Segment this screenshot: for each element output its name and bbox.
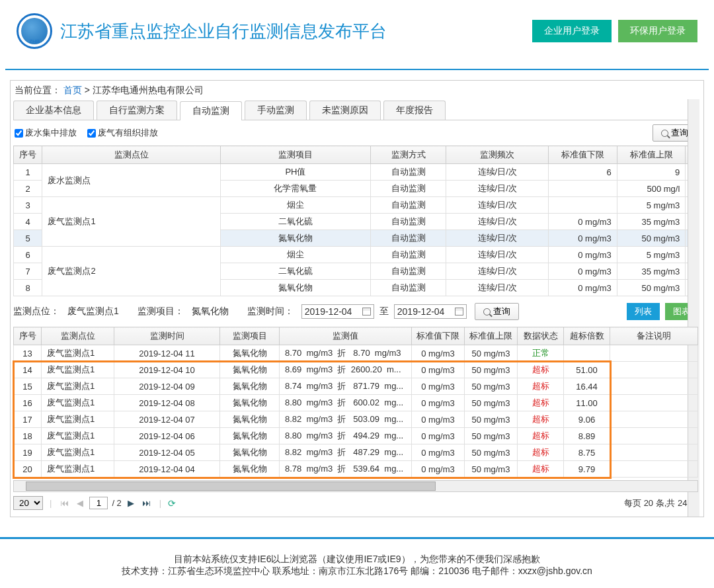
- table-row[interactable]: 1废水监测点PH值自动监测连续/日/次69: [14, 164, 698, 181]
- table-row[interactable]: 6废气监测点2烟尘自动监测连续/日/次0 mg/m35 mg/m3: [14, 247, 698, 263]
- monitoring-points-table: 序号监测点位监测项目监测方式监测频次标准值下限标准值上限1废水监测点PH值自动监…: [13, 146, 698, 296]
- table-row[interactable]: 14废气监测点12019-12-04 10氮氧化物8.69 mg/m3 折 26…: [14, 362, 698, 378]
- table-row[interactable]: 16废气监测点12019-12-04 08氮氧化物8.80 mg/m3 折 60…: [14, 395, 698, 411]
- tab-2[interactable]: 自动监测: [180, 101, 242, 120]
- search-icon: [661, 130, 668, 137]
- monitoring-data-table: 序号监测点位监测时间监测项目监测值标准值下限标准值上限数据状态超标倍数备注说明1…: [13, 327, 698, 478]
- env-login-button[interactable]: 环保用户登录: [618, 20, 697, 42]
- search-icon: [483, 308, 491, 315]
- table-row[interactable]: 20废气监测点12019-12-04 04氮氧化物8.78 mg/m3 折 53…: [14, 461, 698, 478]
- pager-next-icon[interactable]: ▶: [126, 498, 136, 508]
- detail-search-button[interactable]: 查询: [475, 303, 519, 320]
- tab-4[interactable]: 未监测原因: [309, 101, 381, 120]
- pager-prev-icon[interactable]: ◀: [75, 498, 85, 508]
- date-to-input[interactable]: 2019-12-04: [394, 304, 467, 319]
- footer: 目前本站系统仅支持IE6以上浏览器（建议使用IE7或IE9），为您带来的不便我们…: [0, 517, 714, 583]
- table-row[interactable]: 13废气监测点12019-12-04 11氮氧化物8.70 mg/m3 折 8.…: [14, 345, 698, 362]
- tab-0[interactable]: 企业基本信息: [13, 101, 94, 120]
- wastewater-checkbox[interactable]: 废水集中排放: [15, 127, 77, 139]
- breadcrumb-company: 江苏华电通州热电有限公司: [93, 85, 204, 95]
- pager-last-icon[interactable]: ⏭: [140, 498, 153, 508]
- breadcrumb: 当前位置： 首页 > 江苏华电通州热电有限公司: [13, 81, 698, 101]
- table-row[interactable]: 17废气监测点12019-12-04 07氮氧化物8.82 mg/m3 折 50…: [14, 411, 698, 428]
- tab-5[interactable]: 年度报告: [383, 101, 446, 120]
- table-row[interactable]: 3废气监测点1烟尘自动监测连续/日/次5 mg/m3: [14, 197, 698, 214]
- table-row[interactable]: 15废气监测点12019-12-04 09氮氧化物8.74 mg/m3 折 87…: [14, 378, 698, 395]
- logo: ZHB: [17, 13, 52, 49]
- table-row[interactable]: 18废气监测点12019-12-04 06氮氧化物8.80 mg/m3 折 49…: [14, 428, 698, 444]
- pager: 20 | ⏮ ◀ / 2 ▶ ⏭ | ⟳ 每页 20 条,共 24 条: [13, 493, 698, 513]
- calendar-icon: [455, 308, 463, 315]
- tab-3[interactable]: 手动监测: [245, 101, 307, 120]
- detail-point-value: 废气监测点1: [67, 306, 119, 317]
- detail-item-value: 氮氧化物: [192, 306, 229, 317]
- enterprise-login-button[interactable]: 企业用户登录: [532, 20, 612, 42]
- exhaust-checkbox[interactable]: 废气有组织排放: [87, 127, 158, 139]
- calendar-icon: [362, 308, 371, 315]
- page-number-input[interactable]: [89, 497, 108, 509]
- pager-first-icon[interactable]: ⏮: [58, 498, 71, 508]
- page-size-select[interactable]: 20: [13, 496, 43, 510]
- breadcrumb-home[interactable]: 首页: [63, 85, 82, 95]
- refresh-icon[interactable]: ⟳: [168, 498, 176, 509]
- horizontal-scrollbar[interactable]: [13, 480, 698, 492]
- table-row[interactable]: 19废气监测点12019-12-04 05氮氧化物8.82 mg/m3 折 48…: [14, 444, 698, 461]
- list-view-button[interactable]: 列表: [627, 303, 660, 320]
- page-title: 江苏省重点监控企业自行监测信息发布平台: [60, 20, 532, 43]
- tab-1[interactable]: 自行监测方案: [97, 101, 177, 120]
- date-from-input[interactable]: 2019-12-04: [301, 304, 374, 319]
